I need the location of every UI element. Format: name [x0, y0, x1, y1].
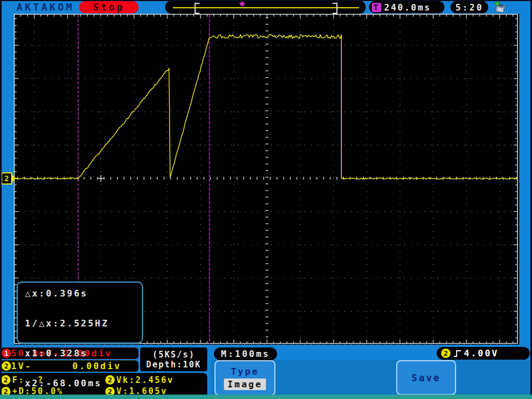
record-length-line [173, 7, 359, 8]
cursor-measurement-panel: △x:0.396s 1/△x:2.525HZ x1:0.328s x2:-68.… [17, 282, 143, 344]
screen-edge [0, 395, 532, 399]
trigger-level-value: 4.00V [464, 348, 499, 359]
cursor-x1: x1:0.328s [25, 348, 88, 359]
screen-edge [0, 0, 532, 1]
ch1-badge: 1 [2, 349, 11, 358]
type-softkey-button[interactable]: Type Image [214, 360, 275, 396]
usb-storage-icon [493, 2, 508, 14]
ch2-badge: 2 [2, 361, 11, 371]
oscilloscope-screen: AKTAKOM Stop T 240.0ms 5:20 △x:0.396s 1/… [0, 0, 532, 399]
record-view-bar [165, 1, 366, 14]
ch2-ground-marker[interactable]: 2 [1, 172, 12, 185]
ch2-scale-readout[interactable]: 2 1V- 0.00div [0, 360, 139, 372]
trigger-level-readout: 2 4.00V [437, 347, 530, 360]
rising-edge-icon [453, 349, 462, 357]
type-selected-value: Image [224, 378, 265, 390]
ch2-scale: 1V- [11, 361, 32, 371]
trigger-position-icon [238, 1, 246, 7]
screen-edge [0, 0, 2, 395]
memory-depth: Depth:10K [146, 360, 201, 370]
timebase-readout: M:100ms [214, 347, 277, 360]
cursor-x2: x2:-68.00ms [25, 378, 102, 388]
meas-ch-badge: 2 [105, 375, 115, 385]
ch2-ground-marker-arrow [12, 175, 16, 182]
trigger-time-readout: T 240.0ms [369, 1, 444, 13]
cursor-dx: △x:0.396s [25, 288, 88, 299]
type-label: Type [231, 366, 259, 377]
run-state-badge[interactable]: Stop [79, 1, 139, 13]
trigger-t-icon: T [372, 3, 381, 12]
save-softkey-button[interactable]: Save [396, 360, 456, 395]
cursor-inv-dx: 1/△x:2.525HZ [25, 318, 109, 329]
measurement-vk: 2 Vk:2.456v [105, 375, 207, 385]
trigger-time-value: 240.0ms [384, 2, 431, 13]
brand-label: AKTAKOM [17, 1, 74, 13]
sample-rate: (5KS/s) [152, 350, 195, 360]
window-end-bracket [332, 3, 337, 14]
clock-readout: 5:20 [451, 1, 488, 13]
window-start-bracket [195, 3, 200, 14]
acquisition-readout: (5KS/s) Depth:10K [140, 347, 207, 371]
trigger-source-badge: 2 [441, 349, 451, 358]
meas-ch-badge: 2 [1, 375, 11, 385]
ch2-offset: 0.00div [73, 361, 121, 371]
